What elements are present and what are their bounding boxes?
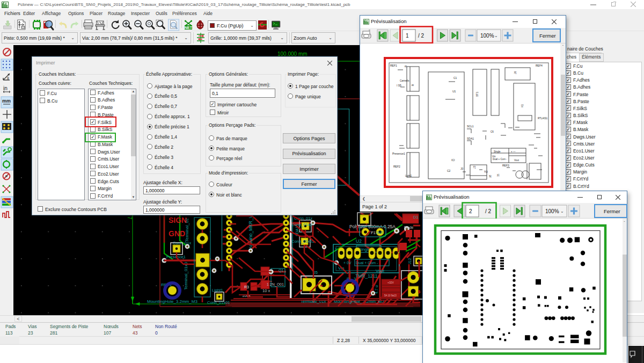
svg-text:Dual + Com -: Dual + Com - (356, 261, 378, 265)
svg-text:Conn_01x01: Conn_01x01 (291, 239, 314, 244)
svg-text:Single: Single (494, 150, 501, 153)
svg-text:7: 7 (127, 216, 133, 220)
svg-text:TO: TO (484, 170, 488, 173)
svg-text:D1: D1 (413, 215, 419, 220)
svg-text:U2: U2 (356, 238, 362, 244)
svg-text:REF4: REF4 (536, 64, 543, 67)
svg-text:J12: J12 (408, 258, 412, 264)
svg-text:K1: K1 (521, 104, 524, 107)
svg-text:ICI: ICI (451, 158, 455, 162)
svg-text:R3: R3 (244, 285, 249, 289)
svg-text:+32V: +32V (387, 281, 394, 284)
svg-text:C1: C1 (453, 76, 457, 79)
svg-text:10 x: 10 x (262, 288, 270, 293)
svg-text:Conn_01x0: Conn_01x0 (291, 222, 312, 227)
svg-text:GND: GND (169, 229, 185, 238)
svg-text:S|: S| (489, 175, 492, 178)
svg-text:Q1: Q1 (279, 268, 283, 273)
svg-text:Mode: Mode (404, 226, 414, 229)
svg-text:4.7 u: 4.7 u (375, 285, 378, 294)
svg-text:+ —: + — (511, 150, 516, 153)
svg-text:C6: C6 (491, 130, 494, 133)
svg-text:SCL1: SCL1 (467, 125, 474, 128)
svg-text:⌄: ⌄ (560, 209, 564, 214)
svg-text:F1: F1 (371, 230, 376, 235)
svg-text:Cannelis: Cannelis (400, 79, 409, 82)
svg-text:MountingHole_3.2mm_M3: MountingHole_3.2mm_M3 (147, 299, 197, 304)
svg-text:5A 10 9a13: 5A 10 9a13 (384, 294, 397, 297)
svg-text:100%: 100% (545, 208, 559, 214)
svg-text:BT1: BT1 (475, 92, 479, 97)
svg-text:J3: J3 (473, 166, 476, 169)
svg-text:J6: J6 (514, 71, 517, 75)
svg-text:C2: C2 (447, 169, 451, 172)
svg-text:Terminal_01x0: Terminal_01x0 (184, 262, 188, 290)
svg-text:2N7…: 2N7… (376, 230, 387, 235)
svg-text:|C: |C (497, 173, 500, 177)
svg-text:I S5: I S5 (397, 84, 401, 87)
svg-text:Vout: Vout (514, 159, 519, 162)
svg-text:Conn_01x01: Conn_01x01 (207, 300, 230, 305)
svg-text:Dual + Com -: Dual + Com - (493, 158, 507, 161)
svg-text:SDA1: SDA1 (467, 137, 474, 140)
svg-text:RTLAIS1: RTLAIS1 (538, 117, 548, 120)
svg-text:mm: mm (2, 98, 11, 104)
svg-text:1 2N_O01: 1 2N_O01 (267, 282, 284, 287)
svg-text:Vin: Vin (492, 155, 496, 158)
svg-text:Fermer: Fermer (604, 208, 620, 214)
svg-text:Vout: Vout (376, 268, 385, 273)
svg-text:TMR_1211: TMR_1211 (355, 273, 378, 279)
svg-text:+ 0V: + 0V (343, 261, 352, 265)
svg-text:REF3: REF3 (502, 164, 509, 167)
svg-text:2: 2 (469, 208, 472, 214)
svg-text:in: in (3, 85, 8, 91)
svg-text:U1: U1 (452, 90, 456, 93)
svg-text:Light1: Light1 (405, 175, 412, 177)
svg-text:REF2: REF2 (393, 165, 400, 168)
svg-text:J0: J0 (460, 167, 464, 170)
svg-text:1: 1 (335, 248, 337, 251)
svg-text:Presence1: Presence1 (392, 152, 405, 155)
svg-text:NET: NET (185, 26, 193, 30)
svg-text:/ 2: / 2 (485, 208, 492, 214)
svg-text:Terminal_02: Terminal_02 (185, 218, 189, 242)
svg-text:REF1: REF1 (390, 64, 397, 67)
svg-text:θ: θ (7, 76, 9, 80)
